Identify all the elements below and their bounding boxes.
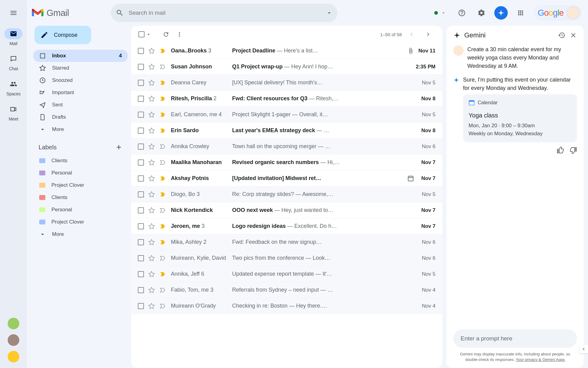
star-icon[interactable] xyxy=(148,48,155,54)
nav-inbox[interactable]: Inbox4 xyxy=(33,50,128,62)
mail-row[interactable]: Nick Kortendick OOO next week — Hey, jus… xyxy=(131,202,442,218)
gemini-prompt-input[interactable]: Enter a prompt here xyxy=(453,329,577,348)
mail-checkbox[interactable] xyxy=(138,223,144,229)
rail-avatar-3[interactable] xyxy=(8,351,19,362)
star-icon[interactable] xyxy=(148,79,155,86)
search-input[interactable] xyxy=(129,10,326,16)
nav-sent[interactable]: Sent xyxy=(33,99,128,111)
important-icon[interactable] xyxy=(159,223,166,230)
important-icon[interactable] xyxy=(159,207,166,214)
star-icon[interactable] xyxy=(148,191,155,198)
mail-row[interactable]: Oana..Brooks 3 Project Deadline — Here's… xyxy=(131,43,442,59)
star-icon[interactable] xyxy=(148,111,155,118)
mail-row[interactable]: Deanna Carey [UX] Special delivery! This… xyxy=(131,75,442,91)
important-icon[interactable] xyxy=(159,143,166,150)
mail-checkbox[interactable] xyxy=(138,255,144,261)
mail-row[interactable]: Annika, Jeff 6 Updated expense report te… xyxy=(131,266,442,282)
mail-row[interactable]: Earl, Cameron, me 4 Project Skylight 1-p… xyxy=(131,107,442,123)
label-item[interactable]: More xyxy=(33,228,128,240)
label-item[interactable]: Project Clover xyxy=(33,179,128,191)
nav-snoozed[interactable]: Snoozed xyxy=(33,74,128,86)
label-item[interactable]: Personal xyxy=(33,204,128,216)
mail-row[interactable]: Erin Sardo Last year's EMEA strategy dec… xyxy=(131,123,442,139)
search-dropdown-icon[interactable] xyxy=(326,10,333,16)
nav-important[interactable]: Important xyxy=(33,86,128,99)
rail-avatar-1[interactable] xyxy=(8,318,19,329)
important-icon[interactable] xyxy=(159,303,166,309)
mail-checkbox[interactable] xyxy=(138,271,144,277)
prev-page-button[interactable] xyxy=(405,28,418,41)
star-icon[interactable] xyxy=(148,239,155,246)
label-item[interactable]: Project Clover xyxy=(33,216,128,228)
star-icon[interactable] xyxy=(148,143,155,150)
star-icon[interactable] xyxy=(148,303,155,309)
side-panel-toggle[interactable] xyxy=(579,345,588,353)
refresh-button[interactable] xyxy=(159,28,173,41)
mail-checkbox[interactable] xyxy=(138,48,144,54)
status-indicator[interactable] xyxy=(434,10,446,15)
help-button[interactable] xyxy=(455,6,469,20)
compose-button[interactable]: Compose xyxy=(34,26,91,44)
mail-row[interactable]: Mika, Ashley 2 Fwd: Feedback on the new … xyxy=(131,234,442,250)
next-page-button[interactable] xyxy=(421,28,435,41)
main-menu-button[interactable] xyxy=(5,4,22,21)
mail-row[interactable]: Ritesh, Priscilla 2 Fwd: Client resource… xyxy=(131,91,442,107)
important-icon[interactable] xyxy=(159,255,166,262)
mail-checkbox[interactable] xyxy=(138,239,144,245)
calendar-card[interactable]: Calendar Yoga class Mon, Jan 20 · 9:00 –… xyxy=(463,94,577,142)
search-bar[interactable] xyxy=(111,4,337,22)
important-icon[interactable] xyxy=(159,239,166,246)
star-icon[interactable] xyxy=(148,175,155,182)
account-avatar[interactable] xyxy=(567,6,580,20)
rail-mail[interactable]: Mail xyxy=(4,28,23,46)
star-icon[interactable] xyxy=(148,271,155,278)
add-label-button[interactable] xyxy=(115,144,123,151)
label-item[interactable]: Personal xyxy=(33,167,128,179)
mail-row[interactable]: Akshay Potnis [Updated invitation] Midwe… xyxy=(131,171,442,186)
mail-checkbox[interactable] xyxy=(138,175,144,182)
rail-avatar-2[interactable] xyxy=(8,334,19,346)
mail-checkbox[interactable] xyxy=(138,191,144,197)
select-all-checkbox[interactable] xyxy=(138,31,145,37)
mail-row[interactable]: Annika Crowley Town hall on the upcoming… xyxy=(131,139,442,155)
important-icon[interactable] xyxy=(159,48,166,54)
mail-row[interactable]: Diogo, Bo 3 Re: Corp strategy slides? — … xyxy=(131,186,442,202)
star-icon[interactable] xyxy=(148,95,155,102)
nav-drafts[interactable]: Drafts xyxy=(33,111,128,123)
mail-row[interactable]: Fabio, Tom, me 3 Referrals from Sydney –… xyxy=(131,282,442,298)
privacy-link[interactable]: Your privacy & Gemini Apps xyxy=(516,357,565,362)
mail-checkbox[interactable] xyxy=(138,96,144,102)
star-icon[interactable] xyxy=(148,63,155,70)
mail-checkbox[interactable] xyxy=(138,64,144,70)
history-button[interactable] xyxy=(558,32,565,39)
important-icon[interactable] xyxy=(159,79,166,86)
important-icon[interactable] xyxy=(159,95,166,102)
mail-checkbox[interactable] xyxy=(138,112,144,118)
mail-row[interactable]: Susan Johnson Q1 Project wrap-up — Hey A… xyxy=(131,59,442,75)
important-icon[interactable] xyxy=(159,111,166,118)
star-icon[interactable] xyxy=(148,127,155,134)
apps-button[interactable] xyxy=(514,6,527,20)
gemini-button[interactable] xyxy=(494,6,508,20)
rail-spaces[interactable]: Spaces xyxy=(4,79,23,96)
settings-button[interactable] xyxy=(475,6,488,20)
mail-row[interactable]: Muireann O'Grady Checking in re: Boston … xyxy=(131,298,442,314)
mail-checkbox[interactable] xyxy=(138,128,144,134)
star-icon[interactable] xyxy=(148,207,155,214)
mail-checkbox[interactable] xyxy=(138,144,144,150)
mail-checkbox[interactable] xyxy=(138,80,144,86)
mail-checkbox[interactable] xyxy=(138,287,144,293)
important-icon[interactable] xyxy=(159,63,166,70)
mail-checkbox[interactable] xyxy=(138,159,144,166)
nav-starred[interactable]: Starred xyxy=(33,62,128,74)
label-item[interactable]: Clients xyxy=(33,155,128,167)
thumbs-down-button[interactable] xyxy=(570,147,577,154)
rail-meet[interactable]: Meet xyxy=(4,104,23,121)
nav-more[interactable]: More xyxy=(33,123,128,136)
thumbs-up-button[interactable] xyxy=(557,147,564,154)
star-icon[interactable] xyxy=(148,223,155,230)
important-icon[interactable] xyxy=(159,271,166,278)
mail-row[interactable]: Muireann, Kylie, David Two pics from the… xyxy=(131,250,442,266)
star-icon[interactable] xyxy=(148,159,155,166)
close-button[interactable] xyxy=(570,32,577,39)
